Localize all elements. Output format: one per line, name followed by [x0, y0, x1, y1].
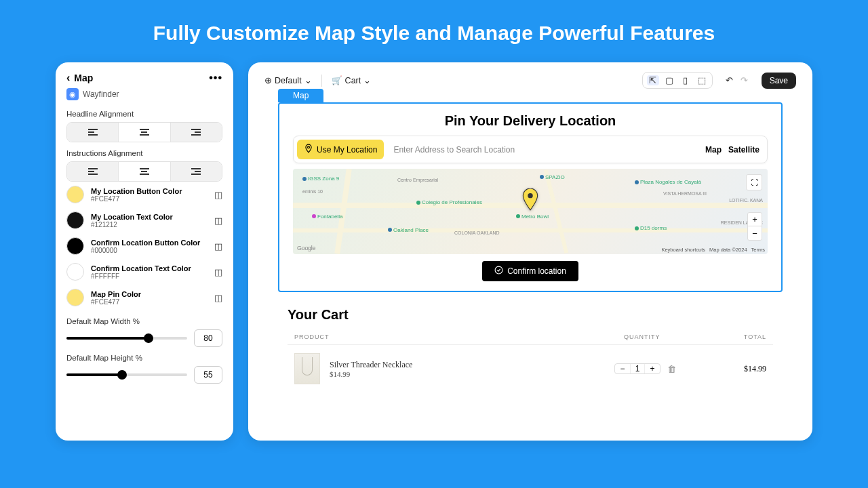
save-button[interactable]: Save [762, 73, 796, 89]
color-hex-label: #FFFFFF [91, 272, 208, 280]
confirm-label: Confirm location [507, 266, 566, 276]
svg-point-2 [495, 266, 502, 274]
map-pin-icon[interactable] [521, 188, 539, 214]
map-view-toggle[interactable]: Map [705, 145, 722, 155]
preview-toolbar: ⊕ Default ⌄ 🛒 Cart ⌄ ⇱ ▢ ▯ ⬚ ↶ ↷ Save [258, 72, 803, 90]
app-identifier: ◉ Wayfinder [66, 88, 222, 100]
page-label: Cart [345, 76, 361, 85]
terms-link[interactable]: Terms [751, 247, 765, 253]
keyboard-shortcuts-link[interactable]: Keyboard shortcuts [661, 247, 705, 253]
color-swatch[interactable] [66, 263, 84, 281]
mobile-icon[interactable]: ▯ [679, 75, 692, 85]
color-hex-label: #000000 [91, 247, 208, 254]
check-circle-icon [494, 266, 503, 277]
confirm-location-button[interactable]: Confirm location [482, 261, 578, 281]
color-setting-row: My Location Button Color#FCE477◫ [66, 182, 222, 207]
height-slider[interactable] [66, 373, 187, 376]
dynamic-source-icon[interactable]: ◫ [214, 241, 222, 251]
qty-increment-button[interactable]: + [645, 364, 660, 373]
map-canvas[interactable]: IGSS Zona 9 eminis 10 Fontabella Oakland… [293, 169, 768, 254]
use-my-location-button[interactable]: Use My Location [297, 140, 384, 159]
poi-label: IGSS Zona 9 [308, 176, 339, 182]
align-center-button[interactable] [119, 123, 170, 142]
desktop-icon[interactable]: ▢ [663, 75, 675, 85]
app-badge-icon: ◉ [66, 88, 79, 100]
color-swatch[interactable] [66, 211, 84, 229]
color-swatch[interactable] [66, 237, 84, 255]
color-name-label: My Location Text Color [91, 213, 208, 221]
qty-decrement-button[interactable]: − [615, 364, 630, 373]
headline-alignment-group [66, 122, 222, 142]
viewport-switcher: ⇱ ▢ ▯ ⬚ [642, 72, 713, 89]
width-value-input[interactable]: 80 [194, 329, 222, 347]
align-center-button[interactable] [119, 162, 170, 181]
map-block[interactable]: Map Pin Your Delivery Location Use My Lo… [278, 102, 783, 292]
redo-icon[interactable]: ↷ [738, 75, 751, 85]
map-attribution: Keyboard shortcuts Map data ©2024 Terms [661, 247, 765, 253]
page-headline: Fully Customize Map Style and Manage Pow… [0, 0, 868, 45]
template-dropdown[interactable]: ⊕ Default ⌄ [264, 75, 312, 85]
color-name-label: My Location Button Color [91, 187, 208, 195]
poi-label: Fontabella [317, 214, 342, 220]
settings-sidebar: ‹ Map ••• ◉ Wayfinder Headline Alignment… [56, 62, 233, 441]
satellite-view-toggle[interactable]: Satellite [728, 145, 760, 155]
color-setting-row: Map Pin Color#FCE477◫ [66, 285, 222, 310]
preview-panel: ⊕ Default ⌄ 🛒 Cart ⌄ ⇱ ▢ ▯ ⬚ ↶ ↷ Save [248, 62, 812, 441]
product-thumbnail[interactable] [294, 353, 320, 384]
width-slider[interactable] [66, 337, 187, 340]
dynamic-source-icon[interactable]: ◫ [214, 267, 222, 277]
remove-item-icon[interactable]: 🗑 [667, 364, 676, 374]
dynamic-source-icon[interactable]: ◫ [214, 190, 222, 200]
template-label: Default [275, 76, 302, 85]
height-slider-label: Default Map Height % [66, 354, 222, 362]
product-name[interactable]: Silver Threader Necklace [330, 360, 605, 370]
cart-item-row: Silver Threader Necklace $14.99 − 1 + 🗑 … [288, 345, 773, 392]
slider-thumb[interactable] [117, 370, 127, 380]
dynamic-source-icon[interactable]: ◫ [214, 293, 222, 303]
address-search-input[interactable]: Enter Address to Search Location [389, 145, 700, 155]
page-dropdown[interactable]: 🛒 Cart ⌄ [332, 75, 372, 85]
app-name-label: Wayfinder [83, 89, 119, 99]
dynamic-source-icon[interactable]: ◫ [214, 216, 222, 226]
poi-label: VISTA HERMOSA III [663, 191, 707, 196]
poi-label: COLONIA OAKLAND [454, 230, 500, 235]
poi-label: LOTIFIC. KANA [729, 198, 763, 203]
align-left-button[interactable] [67, 123, 119, 142]
chevron-down-icon: ⌄ [363, 75, 371, 85]
inspector-icon[interactable]: ⇱ [647, 75, 659, 85]
cart-title: Your Cart [288, 307, 773, 323]
fullwidth-icon[interactable]: ⬚ [696, 75, 708, 85]
fullscreen-icon[interactable]: ⛶ [746, 174, 762, 190]
width-slider-label: Default Map Width % [66, 317, 222, 325]
map-search-bar: Use My Location Enter Address to Search … [293, 136, 768, 163]
color-setting-row: My Location Text Color#121212◫ [66, 207, 222, 233]
color-swatch[interactable] [66, 186, 84, 203]
back-chevron-icon[interactable]: ‹ [66, 72, 70, 84]
align-right-button[interactable] [171, 162, 222, 181]
align-left-button[interactable] [67, 162, 119, 181]
sidebar-title: Map [74, 73, 205, 83]
color-setting-row: Confirm Location Button Color#000000◫ [66, 233, 222, 259]
separator [321, 75, 322, 87]
poi-label: SPAZIO [545, 174, 565, 180]
col-quantity: QUANTITY [624, 333, 719, 340]
color-name-label: Confirm Location Button Color [91, 239, 208, 247]
more-menu-icon[interactable]: ••• [209, 72, 222, 84]
color-setting-row: Confirm Location Text Color#FFFFFF◫ [66, 259, 222, 285]
zoom-in-button[interactable]: + [748, 213, 762, 226]
col-product: PRODUCT [294, 333, 624, 340]
google-logo: Google [297, 245, 315, 251]
map-data-label: Map data ©2024 [709, 247, 747, 253]
block-tab[interactable]: Map [278, 89, 323, 102]
quantity-stepper: − 1 + [614, 363, 660, 374]
zoom-out-button[interactable]: − [748, 226, 762, 240]
undo-icon[interactable]: ↶ [724, 75, 736, 85]
color-hex-label: #121212 [91, 221, 208, 228]
map-headline: Pin Your Delivery Location [279, 104, 781, 136]
slider-thumb[interactable] [144, 333, 153, 343]
height-value-input[interactable]: 55 [194, 366, 222, 384]
globe-icon: ⊕ [264, 75, 272, 85]
align-right-button[interactable] [171, 123, 222, 142]
svg-point-1 [528, 193, 532, 198]
color-swatch[interactable] [66, 289, 84, 306]
